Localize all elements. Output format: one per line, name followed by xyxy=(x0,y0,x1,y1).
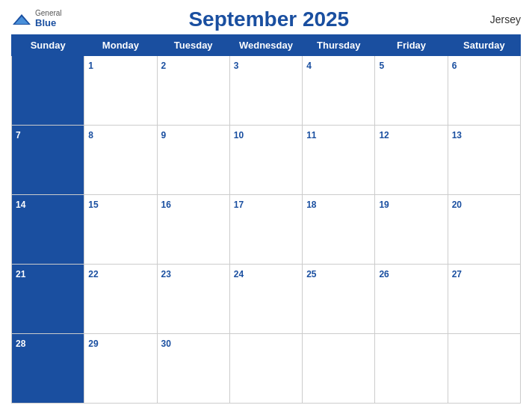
calendar-cell: 6 xyxy=(448,56,520,126)
calendar-cell: 23 xyxy=(157,265,229,334)
day-number: 18 xyxy=(306,200,316,210)
day-number: 20 xyxy=(452,200,462,210)
calendar-cell: 25 xyxy=(303,265,375,334)
calendar-cell: 7 xyxy=(12,126,84,195)
day-number: 24 xyxy=(234,269,244,279)
logo-blue-text: Blue xyxy=(35,17,62,29)
calendar-cell xyxy=(229,334,302,404)
calendar-cell: 19 xyxy=(375,195,448,265)
day-number: 5 xyxy=(379,61,384,71)
header-monday: Monday xyxy=(84,35,157,56)
calendar-cell xyxy=(303,334,375,404)
calendar-cell: 14 xyxy=(12,195,84,265)
calendar-title: September 2025 xyxy=(62,7,476,31)
day-number: 7 xyxy=(16,130,21,140)
day-number: 3 xyxy=(234,61,239,71)
day-number: 8 xyxy=(88,130,93,140)
header-tuesday: Tuesday xyxy=(157,35,229,56)
calendar-cell xyxy=(375,334,448,404)
day-number: 6 xyxy=(452,61,457,71)
calendar-cell: 20 xyxy=(448,195,520,265)
calendar-week-row: 123456 xyxy=(12,56,521,126)
days-header-row: Sunday Monday Tuesday Wednesday Thursday… xyxy=(12,35,521,56)
day-number: 26 xyxy=(379,269,389,279)
day-number: 10 xyxy=(234,130,244,140)
day-number: 30 xyxy=(161,339,171,349)
header-friday: Friday xyxy=(375,35,448,56)
day-number: 1 xyxy=(88,61,93,71)
day-number: 27 xyxy=(452,269,462,279)
calendar-cell: 11 xyxy=(303,126,375,195)
calendar-cell: 24 xyxy=(229,265,302,334)
day-number: 16 xyxy=(161,200,171,210)
day-number: 9 xyxy=(161,130,167,140)
calendar-cell: 4 xyxy=(303,56,375,126)
general-blue-icon xyxy=(11,13,32,26)
calendar-cell: 30 xyxy=(157,334,229,404)
day-number: 21 xyxy=(16,269,25,279)
calendar-cell: 27 xyxy=(448,265,520,334)
header-thursday: Thursday xyxy=(303,35,375,56)
calendar-location: Jersey xyxy=(476,13,521,25)
day-number: 11 xyxy=(306,130,316,140)
day-number: 13 xyxy=(452,130,462,140)
calendar-cell: 28 xyxy=(12,334,84,404)
calendar-cell: 2 xyxy=(157,56,229,126)
day-number: 25 xyxy=(306,269,316,279)
calendar-week-row: 78910111213 xyxy=(12,126,521,195)
calendar-week-row: 21222324252627 xyxy=(12,265,521,334)
calendar-week-row: 282930 xyxy=(12,334,521,404)
day-number: 19 xyxy=(379,200,389,210)
day-number: 2 xyxy=(161,61,167,71)
calendar-cell: 10 xyxy=(229,126,302,195)
day-number: 12 xyxy=(379,130,389,140)
day-number: 23 xyxy=(161,269,171,279)
calendar-cell: 12 xyxy=(375,126,448,195)
calendar-cell: 18 xyxy=(303,195,375,265)
calendar-cell: 29 xyxy=(84,334,157,404)
calendar-table: Sunday Monday Tuesday Wednesday Thursday… xyxy=(11,34,521,404)
calendar-week-row: 14151617181920 xyxy=(12,195,521,265)
header-wednesday: Wednesday xyxy=(229,35,302,56)
calendar-header: General Blue September 2025 Jersey xyxy=(11,7,521,31)
calendar-cell: 1 xyxy=(84,56,157,126)
calendar-cell: 5 xyxy=(375,56,448,126)
logo-general-text: General xyxy=(35,10,62,17)
calendar-cell: 15 xyxy=(84,195,157,265)
calendar-cell: 26 xyxy=(375,265,448,334)
calendar-cell xyxy=(448,334,520,404)
day-number: 17 xyxy=(234,200,244,210)
day-number: 14 xyxy=(16,200,25,210)
calendar-cell xyxy=(12,56,84,126)
calendar-cell: 17 xyxy=(229,195,302,265)
calendar-cell: 16 xyxy=(157,195,229,265)
calendar-cell: 3 xyxy=(229,56,302,126)
header-sunday: Sunday xyxy=(12,35,84,56)
day-number: 28 xyxy=(16,339,25,349)
calendar-cell: 8 xyxy=(84,126,157,195)
calendar-cell: 22 xyxy=(84,265,157,334)
calendar-cell: 21 xyxy=(12,265,84,334)
day-number: 29 xyxy=(88,339,98,349)
logo: General Blue xyxy=(11,10,62,29)
day-number: 4 xyxy=(306,61,312,71)
header-saturday: Saturday xyxy=(448,35,520,56)
calendar-cell: 9 xyxy=(157,126,229,195)
day-number: 22 xyxy=(88,269,98,279)
day-number: 15 xyxy=(88,200,98,210)
calendar-cell: 13 xyxy=(448,126,520,195)
